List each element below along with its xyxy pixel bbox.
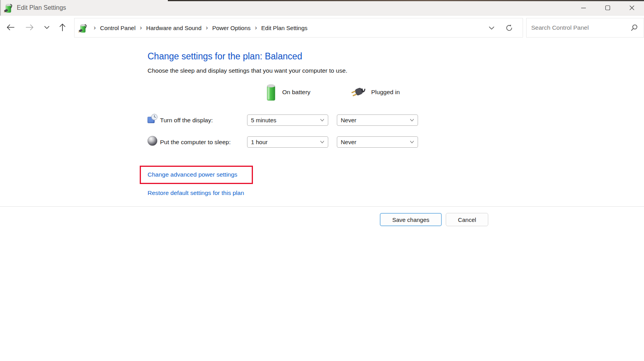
chevron-down-icon [320, 118, 325, 123]
back-icon [6, 23, 15, 32]
chevron-down-icon [320, 139, 325, 145]
restore-default-settings-link[interactable]: Restore default settings for this plan [148, 189, 244, 197]
close-button[interactable] [620, 0, 644, 15]
up-button[interactable] [56, 21, 69, 33]
column-header-plugged-in: Plugged in [371, 89, 400, 96]
row-label-sleep: Put the computer to sleep: [160, 139, 231, 146]
page-subtitle: Choose the sleep and display settings th… [148, 67, 347, 74]
minimize-button[interactable] [571, 0, 596, 15]
navigation-bar: › Control Panel › Hardware and Sound › P… [0, 16, 644, 39]
address-dropdown-chevron-icon[interactable] [488, 25, 495, 31]
window-border [0, 0, 1, 16]
background-window-edge [168, 0, 644, 1]
breadcrumb-chevron-icon: › [89, 24, 100, 31]
save-changes-button[interactable]: Save changes [380, 213, 442, 226]
chevron-down-icon [409, 139, 415, 145]
window-controls [571, 0, 644, 15]
column-header-on-battery: On battery [282, 89, 310, 96]
change-advanced-power-settings-link[interactable]: Change advanced power settings [148, 171, 237, 178]
up-icon [58, 23, 67, 32]
select-value: 1 hour [251, 139, 268, 145]
select-display-on-battery[interactable]: 5 minutes [247, 114, 328, 126]
forward-button[interactable] [23, 21, 36, 33]
titlebar: Edit Plan Settings [0, 0, 644, 16]
chevron-down-icon [409, 118, 415, 123]
forward-icon [25, 23, 34, 32]
page-title: Change settings for the plan: Balanced [148, 51, 302, 62]
search-box [526, 18, 644, 38]
breadcrumb-item-hardware-and-sound[interactable]: Hardware and Sound [146, 25, 202, 31]
breadcrumb-item-edit-plan-settings[interactable]: Edit Plan Settings [261, 25, 307, 31]
display-clock-icon [147, 114, 158, 124]
close-icon [629, 5, 635, 11]
window-title: Edit Plan Settings [17, 4, 66, 11]
breadcrumb-item-power-options[interactable]: Power Options [212, 25, 251, 31]
select-value: Never [341, 117, 356, 123]
search-icon [630, 24, 638, 32]
select-value: 5 minutes [251, 117, 276, 123]
edit-plan-settings-window: Edit Plan Settings [0, 0, 644, 361]
breadcrumb-item-control-panel[interactable]: Control Panel [100, 25, 135, 31]
breadcrumb-chevron-icon: › [201, 24, 212, 31]
search-input[interactable] [527, 24, 630, 31]
select-value: Never [341, 139, 356, 145]
select-sleep-plugged-in[interactable]: Never [337, 136, 418, 148]
recent-pages-button[interactable] [40, 21, 53, 33]
breadcrumb: › Control Panel › Hardware and Sound › P… [74, 18, 523, 38]
content-divider [0, 206, 644, 207]
cancel-button[interactable]: Cancel [446, 213, 488, 226]
refresh-icon[interactable] [505, 24, 513, 32]
recent-pages-chevron-icon [44, 24, 50, 30]
battery-icon [266, 83, 276, 102]
breadcrumb-chevron-icon: › [135, 24, 146, 31]
minimize-icon [581, 5, 586, 11]
sleep-moon-icon [147, 136, 158, 146]
back-button[interactable] [4, 21, 17, 33]
maximize-button[interactable] [596, 0, 620, 15]
power-plan-icon[interactable] [78, 23, 88, 33]
plug-icon [350, 86, 368, 98]
maximize-icon [605, 5, 610, 11]
select-display-plugged-in[interactable]: Never [337, 114, 418, 126]
select-sleep-on-battery[interactable]: 1 hour [247, 136, 328, 148]
power-plan-icon [4, 2, 13, 13]
breadcrumb-chevron-icon: › [251, 24, 261, 31]
row-label-turn-off-display: Turn off the display: [160, 117, 213, 124]
